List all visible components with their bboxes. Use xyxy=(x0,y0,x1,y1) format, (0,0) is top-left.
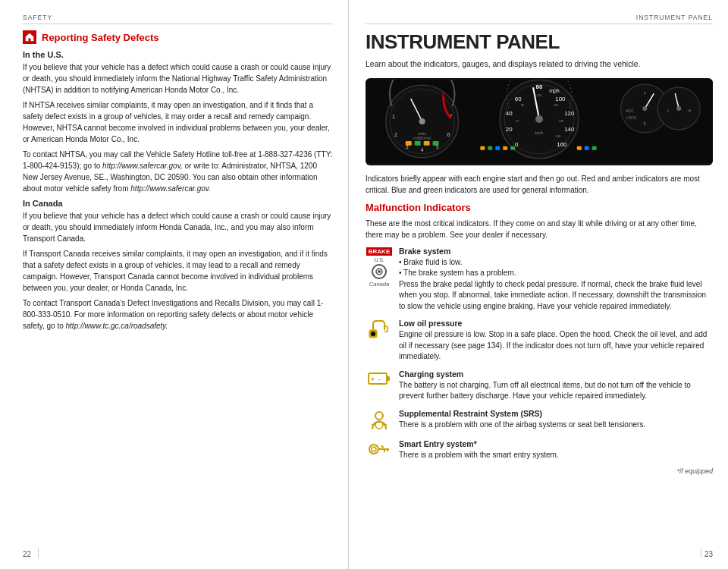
svg-rect-60 xyxy=(592,146,597,150)
svg-text:km/h: km/h xyxy=(535,131,544,135)
svg-point-64 xyxy=(371,332,375,336)
svg-text:×1000 r/min: ×1000 r/min xyxy=(413,137,431,140)
brake-desc-body: Press the brake pedal lightly to check p… xyxy=(399,279,713,313)
malfunction-item-battery: + - Charging system The battery is not c… xyxy=(366,369,713,402)
brake-desc-bullet2: • The brake system has a problem. xyxy=(399,268,713,279)
svg-text:40: 40 xyxy=(516,119,519,123)
in-canada-p2: If Transport Canada receives similar com… xyxy=(23,248,333,294)
in-us-p3: To contact NHTSA, you may call the Vehic… xyxy=(23,149,333,194)
footnote: *if equipped xyxy=(366,467,713,475)
svg-text:r/min: r/min xyxy=(418,132,426,136)
svg-point-12 xyxy=(419,118,425,124)
brake-desc: • Brake fluid is low. • The brake system… xyxy=(399,257,713,313)
oil-pressure-icon xyxy=(368,319,391,341)
svg-point-74 xyxy=(372,447,376,451)
brake-desc-bullet1: • Brake fluid is low. xyxy=(399,257,713,269)
in-canada-heading: In Canada xyxy=(23,199,333,208)
svg-rect-56 xyxy=(503,146,507,150)
brake-icon-container: BRAKE U.S. Canada xyxy=(366,247,393,288)
malfunction-item-oil: Low oil pressure Engine oil pressure is … xyxy=(366,319,713,363)
in-canada-p3: To contact Transport Canada's Defect Inv… xyxy=(23,297,333,332)
svg-text:80: 80 xyxy=(521,103,525,107)
smart-entry-icon xyxy=(368,440,391,458)
oil-title: Low oil pressure xyxy=(399,319,713,328)
brake-icon: BRAKE xyxy=(366,247,392,256)
right-section-label: INSTRUMENT PANEL xyxy=(366,14,713,24)
brake-circle-icon xyxy=(372,264,387,279)
battery-desc: The battery is not charging. Turn off al… xyxy=(399,380,713,402)
page-number-right: 23 xyxy=(704,550,713,558)
brake-canada-label: Canada xyxy=(369,281,389,288)
svg-text:8: 8 xyxy=(442,92,445,97)
srs-title: Supplemental Restraint System (SRS) xyxy=(399,409,713,418)
svg-point-62 xyxy=(378,270,381,273)
svg-text:C: C xyxy=(667,109,670,113)
section-title: Reporting Safety Defects xyxy=(42,32,159,43)
svg-text:60: 60 xyxy=(515,96,522,102)
svg-rect-55 xyxy=(495,146,500,150)
in-canada-link: http://www.tc.gc.ca/roadsafety. xyxy=(66,322,168,330)
page-divider-right xyxy=(701,548,701,558)
svg-text:4: 4 xyxy=(421,147,424,152)
in-canada-p1: If you believe that your vehicle has a d… xyxy=(23,210,333,244)
srs-icon-container xyxy=(366,409,393,432)
svg-rect-18 xyxy=(433,141,439,146)
svg-point-52 xyxy=(676,106,681,111)
intro-text: Learn about the indicators, gauges, and … xyxy=(366,58,713,71)
svg-text:mph: mph xyxy=(549,88,560,94)
svg-text:160: 160 xyxy=(554,103,559,107)
gauge-panel: 1 2 3 4 5 6 7 8 r/min ×1000 r/min xyxy=(366,78,713,165)
in-us-heading: In the U.S. xyxy=(23,50,333,59)
malfunction-item-srs: Supplemental Restraint System (SRS) Ther… xyxy=(366,409,713,432)
left-page: SAFETY Reporting Safety Defects In the U… xyxy=(0,0,349,569)
battery-icon: + - xyxy=(368,370,391,387)
in-us-link2: http://www.safercar.gov. xyxy=(130,184,211,193)
svg-point-32 xyxy=(535,115,543,123)
srs-icon xyxy=(368,410,391,431)
oil-desc: Engine oil pressure is low. Stop in a sa… xyxy=(399,329,713,363)
svg-rect-16 xyxy=(415,141,421,146)
key-content: Smart Entry system* There is a problem w… xyxy=(399,439,713,461)
title-row: Reporting Safety Defects xyxy=(23,30,333,44)
svg-rect-53 xyxy=(480,146,485,150)
page-number-left: 22 xyxy=(23,550,31,558)
key-desc: There is a problem with the smart entry … xyxy=(399,450,713,461)
svg-text:6: 6 xyxy=(447,132,450,137)
svg-text:F: F xyxy=(644,92,646,96)
svg-rect-54 xyxy=(488,146,492,150)
svg-text:120: 120 xyxy=(564,110,575,117)
svg-text:140: 140 xyxy=(564,126,575,133)
svg-point-47 xyxy=(642,106,647,111)
svg-text:ACC: ACC xyxy=(626,109,634,113)
home-icon xyxy=(23,30,36,44)
brake-content: Brake system • Brake fluid is low. • The… xyxy=(399,247,713,313)
brake-title: Brake system xyxy=(399,247,713,256)
malfunction-item-brake: BRAKE U.S. Canada Brake system • Brake f… xyxy=(366,247,713,313)
svg-text:-: - xyxy=(378,376,381,383)
page-divider-left xyxy=(38,548,39,558)
svg-rect-59 xyxy=(585,146,589,150)
svg-text:120: 120 xyxy=(537,93,542,97)
svg-text:1: 1 xyxy=(392,114,395,119)
oil-icon-container xyxy=(366,319,393,342)
in-us-link1: http://www.safercar.gov, xyxy=(102,162,183,170)
svg-rect-57 xyxy=(510,146,515,150)
malfunction-intro: These are the most critical indicators. … xyxy=(366,218,713,240)
svg-text:200: 200 xyxy=(559,119,564,123)
srs-content: Supplemental Restraint System (SRS) Ther… xyxy=(399,409,713,431)
right-page: INSTRUMENT PANEL INSTRUMENT PANEL Learn … xyxy=(349,0,728,569)
malfunction-item-key: Smart Entry system* There is a problem w… xyxy=(366,439,713,461)
battery-title: Charging system xyxy=(399,369,713,379)
svg-rect-58 xyxy=(577,146,582,150)
svg-text:2: 2 xyxy=(394,132,397,137)
svg-rect-17 xyxy=(424,141,430,146)
svg-text:40: 40 xyxy=(506,110,513,117)
in-us-p1: If you believe that your vehicle has a d… xyxy=(23,61,333,96)
svg-rect-15 xyxy=(406,141,412,146)
indicator-info: Indicators briefly appear with each engi… xyxy=(366,173,713,196)
svg-text:240: 240 xyxy=(556,134,561,138)
malfunction-title: Malfunction Indicators xyxy=(366,202,713,213)
key-icon-container xyxy=(366,439,393,460)
svg-text:100: 100 xyxy=(555,96,566,102)
svg-point-73 xyxy=(369,445,378,454)
